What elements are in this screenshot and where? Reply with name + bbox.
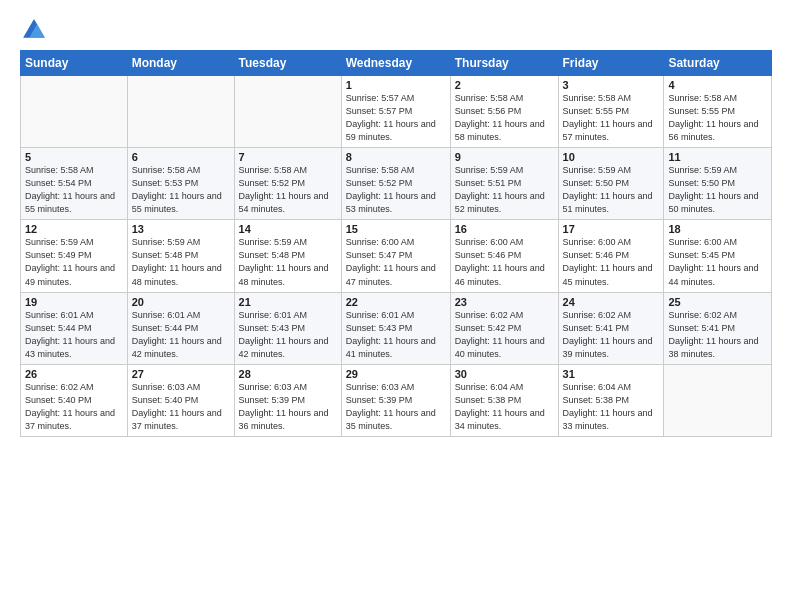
day-number: 3 — [563, 79, 660, 91]
day-number: 5 — [25, 151, 123, 163]
cell-sun-info: Sunrise: 6:02 AMSunset: 5:41 PMDaylight:… — [563, 309, 660, 361]
calendar-cell: 19Sunrise: 6:01 AMSunset: 5:44 PMDayligh… — [21, 292, 128, 364]
day-number: 22 — [346, 296, 446, 308]
cell-sun-info: Sunrise: 6:00 AMSunset: 5:46 PMDaylight:… — [563, 236, 660, 288]
day-number: 18 — [668, 223, 767, 235]
calendar-cell: 3Sunrise: 5:58 AMSunset: 5:55 PMDaylight… — [558, 76, 664, 148]
cell-sun-info: Sunrise: 6:00 AMSunset: 5:47 PMDaylight:… — [346, 236, 446, 288]
calendar-cell: 31Sunrise: 6:04 AMSunset: 5:38 PMDayligh… — [558, 364, 664, 436]
calendar-cell: 4Sunrise: 5:58 AMSunset: 5:55 PMDaylight… — [664, 76, 772, 148]
calendar-cell: 21Sunrise: 6:01 AMSunset: 5:43 PMDayligh… — [234, 292, 341, 364]
calendar-cell: 12Sunrise: 5:59 AMSunset: 5:49 PMDayligh… — [21, 220, 128, 292]
calendar-cell: 10Sunrise: 5:59 AMSunset: 5:50 PMDayligh… — [558, 148, 664, 220]
day-number: 23 — [455, 296, 554, 308]
cell-sun-info: Sunrise: 5:58 AMSunset: 5:52 PMDaylight:… — [346, 164, 446, 216]
cell-sun-info: Sunrise: 6:01 AMSunset: 5:44 PMDaylight:… — [132, 309, 230, 361]
day-number: 30 — [455, 368, 554, 380]
day-number: 17 — [563, 223, 660, 235]
cell-sun-info: Sunrise: 5:58 AMSunset: 5:52 PMDaylight:… — [239, 164, 337, 216]
day-number: 4 — [668, 79, 767, 91]
calendar-cell: 25Sunrise: 6:02 AMSunset: 5:41 PMDayligh… — [664, 292, 772, 364]
cell-sun-info: Sunrise: 6:01 AMSunset: 5:43 PMDaylight:… — [239, 309, 337, 361]
day-number: 20 — [132, 296, 230, 308]
cell-sun-info: Sunrise: 6:00 AMSunset: 5:46 PMDaylight:… — [455, 236, 554, 288]
cell-sun-info: Sunrise: 5:59 AMSunset: 5:48 PMDaylight:… — [239, 236, 337, 288]
calendar-cell: 24Sunrise: 6:02 AMSunset: 5:41 PMDayligh… — [558, 292, 664, 364]
calendar-cell: 23Sunrise: 6:02 AMSunset: 5:42 PMDayligh… — [450, 292, 558, 364]
day-number: 13 — [132, 223, 230, 235]
day-number: 8 — [346, 151, 446, 163]
calendar-cell: 20Sunrise: 6:01 AMSunset: 5:44 PMDayligh… — [127, 292, 234, 364]
weekday-header-wednesday: Wednesday — [341, 51, 450, 76]
cell-sun-info: Sunrise: 6:01 AMSunset: 5:44 PMDaylight:… — [25, 309, 123, 361]
cell-sun-info: Sunrise: 6:02 AMSunset: 5:40 PMDaylight:… — [25, 381, 123, 433]
calendar-cell: 22Sunrise: 6:01 AMSunset: 5:43 PMDayligh… — [341, 292, 450, 364]
day-number: 25 — [668, 296, 767, 308]
cell-sun-info: Sunrise: 6:01 AMSunset: 5:43 PMDaylight:… — [346, 309, 446, 361]
calendar-cell: 17Sunrise: 6:00 AMSunset: 5:46 PMDayligh… — [558, 220, 664, 292]
cell-sun-info: Sunrise: 6:03 AMSunset: 5:40 PMDaylight:… — [132, 381, 230, 433]
calendar-cell: 14Sunrise: 5:59 AMSunset: 5:48 PMDayligh… — [234, 220, 341, 292]
day-number: 31 — [563, 368, 660, 380]
calendar-cell: 13Sunrise: 5:59 AMSunset: 5:48 PMDayligh… — [127, 220, 234, 292]
logo — [20, 16, 52, 44]
day-number: 6 — [132, 151, 230, 163]
cell-sun-info: Sunrise: 6:04 AMSunset: 5:38 PMDaylight:… — [563, 381, 660, 433]
calendar-cell: 28Sunrise: 6:03 AMSunset: 5:39 PMDayligh… — [234, 364, 341, 436]
calendar-cell: 6Sunrise: 5:58 AMSunset: 5:53 PMDaylight… — [127, 148, 234, 220]
cell-sun-info: Sunrise: 6:03 AMSunset: 5:39 PMDaylight:… — [239, 381, 337, 433]
cell-sun-info: Sunrise: 5:58 AMSunset: 5:53 PMDaylight:… — [132, 164, 230, 216]
calendar-week-3: 12Sunrise: 5:59 AMSunset: 5:49 PMDayligh… — [21, 220, 772, 292]
calendar-week-1: 1Sunrise: 5:57 AMSunset: 5:57 PMDaylight… — [21, 76, 772, 148]
day-number: 15 — [346, 223, 446, 235]
cell-sun-info: Sunrise: 5:59 AMSunset: 5:50 PMDaylight:… — [563, 164, 660, 216]
calendar-cell: 11Sunrise: 5:59 AMSunset: 5:50 PMDayligh… — [664, 148, 772, 220]
calendar-week-4: 19Sunrise: 6:01 AMSunset: 5:44 PMDayligh… — [21, 292, 772, 364]
cell-sun-info: Sunrise: 5:58 AMSunset: 5:54 PMDaylight:… — [25, 164, 123, 216]
calendar-week-5: 26Sunrise: 6:02 AMSunset: 5:40 PMDayligh… — [21, 364, 772, 436]
calendar-cell: 8Sunrise: 5:58 AMSunset: 5:52 PMDaylight… — [341, 148, 450, 220]
calendar-cell — [21, 76, 128, 148]
day-number: 11 — [668, 151, 767, 163]
calendar-cell: 30Sunrise: 6:04 AMSunset: 5:38 PMDayligh… — [450, 364, 558, 436]
day-number: 21 — [239, 296, 337, 308]
cell-sun-info: Sunrise: 6:04 AMSunset: 5:38 PMDaylight:… — [455, 381, 554, 433]
calendar-cell — [234, 76, 341, 148]
cell-sun-info: Sunrise: 5:59 AMSunset: 5:51 PMDaylight:… — [455, 164, 554, 216]
day-number: 24 — [563, 296, 660, 308]
day-number: 14 — [239, 223, 337, 235]
weekday-header-thursday: Thursday — [450, 51, 558, 76]
calendar-cell: 27Sunrise: 6:03 AMSunset: 5:40 PMDayligh… — [127, 364, 234, 436]
day-number: 12 — [25, 223, 123, 235]
calendar-cell: 7Sunrise: 5:58 AMSunset: 5:52 PMDaylight… — [234, 148, 341, 220]
weekday-header-sunday: Sunday — [21, 51, 128, 76]
calendar-cell: 26Sunrise: 6:02 AMSunset: 5:40 PMDayligh… — [21, 364, 128, 436]
cell-sun-info: Sunrise: 5:57 AMSunset: 5:57 PMDaylight:… — [346, 92, 446, 144]
weekday-header-friday: Friday — [558, 51, 664, 76]
cell-sun-info: Sunrise: 5:58 AMSunset: 5:55 PMDaylight:… — [563, 92, 660, 144]
header — [20, 16, 772, 44]
cell-sun-info: Sunrise: 5:59 AMSunset: 5:49 PMDaylight:… — [25, 236, 123, 288]
day-number: 7 — [239, 151, 337, 163]
weekday-header-row: SundayMondayTuesdayWednesdayThursdayFrid… — [21, 51, 772, 76]
cell-sun-info: Sunrise: 6:00 AMSunset: 5:45 PMDaylight:… — [668, 236, 767, 288]
weekday-header-saturday: Saturday — [664, 51, 772, 76]
calendar-cell: 18Sunrise: 6:00 AMSunset: 5:45 PMDayligh… — [664, 220, 772, 292]
calendar-cell: 16Sunrise: 6:00 AMSunset: 5:46 PMDayligh… — [450, 220, 558, 292]
page: SundayMondayTuesdayWednesdayThursdayFrid… — [0, 0, 792, 612]
calendar-cell — [664, 364, 772, 436]
day-number: 27 — [132, 368, 230, 380]
day-number: 2 — [455, 79, 554, 91]
calendar-cell: 15Sunrise: 6:00 AMSunset: 5:47 PMDayligh… — [341, 220, 450, 292]
day-number: 9 — [455, 151, 554, 163]
calendar-week-2: 5Sunrise: 5:58 AMSunset: 5:54 PMDaylight… — [21, 148, 772, 220]
cell-sun-info: Sunrise: 5:58 AMSunset: 5:55 PMDaylight:… — [668, 92, 767, 144]
cell-sun-info: Sunrise: 5:58 AMSunset: 5:56 PMDaylight:… — [455, 92, 554, 144]
calendar-cell: 1Sunrise: 5:57 AMSunset: 5:57 PMDaylight… — [341, 76, 450, 148]
weekday-header-tuesday: Tuesday — [234, 51, 341, 76]
day-number: 10 — [563, 151, 660, 163]
logo-icon — [20, 16, 48, 44]
day-number: 1 — [346, 79, 446, 91]
calendar-cell: 9Sunrise: 5:59 AMSunset: 5:51 PMDaylight… — [450, 148, 558, 220]
calendar-table: SundayMondayTuesdayWednesdayThursdayFrid… — [20, 50, 772, 437]
